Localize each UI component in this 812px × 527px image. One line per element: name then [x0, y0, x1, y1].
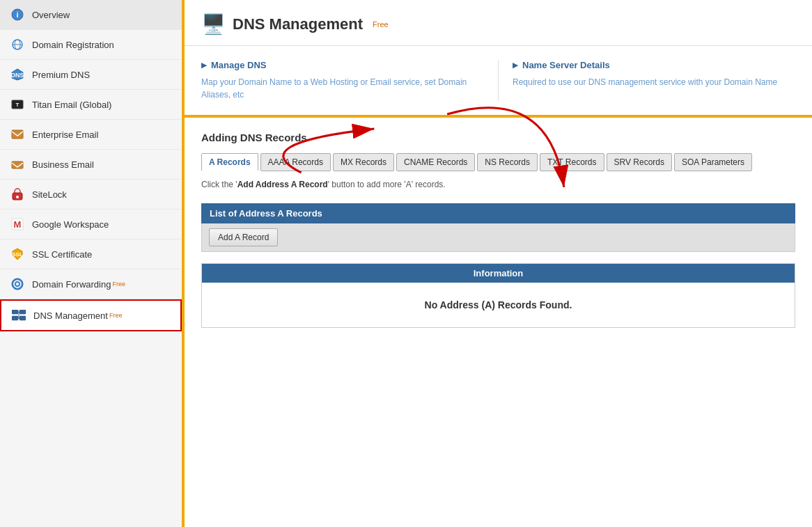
svg-rect-22: [12, 316, 18, 320]
sidebar-item-overview[interactable]: iOverview: [0, 0, 182, 30]
info-box-body: No Address (A) Records Found.: [202, 283, 795, 327]
dns-management-icon: 🖥️: [201, 13, 226, 36]
dns-management-free-badge: Free: [109, 312, 123, 319]
svg-rect-9: [12, 130, 23, 139]
tab-ns-records[interactable]: NS Records: [477, 153, 538, 171]
info-box: Information No Address (A) Records Found…: [201, 263, 795, 328]
svg-text:M: M: [14, 219, 22, 230]
svg-point-12: [16, 196, 19, 198]
main-header: 🖥️ DNS Management Free: [185, 0, 812, 46]
sidebar-item-premium-dns[interactable]: DNSPremium DNS: [0, 60, 182, 90]
google-workspace-icon: M: [10, 217, 25, 232]
tab-aaaa-records[interactable]: AAAA Records: [260, 153, 331, 171]
info-cards-section: ▶ Manage DNS Map your Domain Name to a W…: [185, 46, 812, 118]
svg-text:i: i: [16, 10, 18, 19]
sidebar-item-dns-management[interactable]: DNS ManagementFree: [0, 299, 182, 331]
svg-rect-23: [19, 316, 26, 320]
svg-rect-20: [12, 310, 18, 314]
sidebar: iOverviewDomain RegistrationDNSPremium D…: [0, 0, 185, 527]
sidebar-item-enterprise-email[interactable]: Enterprise Email: [0, 120, 182, 150]
svg-text:SSL: SSL: [12, 251, 23, 258]
name-server-title: ▶ Name Server Details: [513, 60, 781, 70]
sidebar-item-business-email[interactable]: Business Email: [0, 150, 182, 180]
dns-tabs: A RecordsAAAA RecordsMX RecordsCNAME Rec…: [201, 153, 795, 171]
svg-rect-21: [19, 310, 26, 314]
domain-forwarding-free-badge: Free: [112, 281, 125, 288]
ssl-certificate-icon: SSL: [10, 246, 25, 262]
svg-point-19: [16, 283, 19, 285]
main-content: 🖥️ DNS Management Free ▶ Manage DNS Map …: [185, 0, 812, 527]
domain-forwarding-icon: [10, 276, 25, 292]
domain-forwarding-label: Domain Forwarding: [32, 279, 111, 290]
list-toolbar: Add A Record: [201, 223, 795, 252]
sitelock-label: SiteLock: [32, 189, 67, 200]
domain-registration-icon: [10, 37, 25, 52]
google-workspace-label: Google Workspace: [32, 219, 109, 230]
premium-dns-icon: DNS: [10, 67, 25, 82]
tab-a-records[interactable]: A Records: [201, 153, 258, 171]
svg-text:DNS: DNS: [11, 72, 24, 79]
overview-icon: i: [10, 7, 25, 22]
enterprise-email-icon: [10, 127, 25, 142]
premium-dns-label: Premium DNS: [32, 70, 90, 80]
card-divider: [498, 60, 499, 101]
sidebar-item-domain-registration[interactable]: Domain Registration: [0, 30, 182, 60]
sitelock-icon: [10, 187, 25, 202]
dns-section-heading: Adding DNS Records: [201, 132, 795, 143]
dns-management-icon: [11, 308, 26, 323]
business-email-label: Business Email: [32, 159, 94, 170]
free-tag: Free: [373, 20, 389, 29]
card-arrow-icon: ▶: [201, 61, 207, 69]
list-header: List of Address A Records: [201, 203, 795, 223]
domain-registration-label: Domain Registration: [32, 40, 114, 50]
tab-srv-records[interactable]: SRV Records: [607, 153, 672, 171]
dns-section: Adding DNS Records A RecordsAAAA Records…: [185, 118, 812, 342]
tab-soa-parameters[interactable]: SOA Parameters: [674, 153, 752, 171]
help-text: Click the 'Add Address A Record' button …: [201, 180, 795, 189]
info-box-header: Information: [202, 264, 795, 283]
name-server-description: Required to use our DNS management servi…: [513, 76, 781, 88]
sidebar-item-ssl-certificate[interactable]: SSLSSL Certificate: [0, 239, 182, 269]
add-a-record-button[interactable]: Add A Record: [209, 228, 278, 246]
sidebar-item-sitelock[interactable]: SiteLock: [0, 180, 182, 210]
sidebar-item-titan-email[interactable]: TTitan Email (Global): [0, 90, 182, 120]
overview-label: Overview: [32, 10, 70, 20]
page-title: DNS Management: [233, 15, 363, 33]
titan-email-icon: T: [10, 97, 25, 112]
ssl-certificate-label: SSL Certificate: [32, 249, 92, 260]
titan-email-label: Titan Email (Global): [32, 100, 111, 110]
card-arrow-icon-2: ▶: [513, 61, 518, 69]
business-email-icon: [10, 157, 25, 172]
name-server-card: ▶ Name Server Details Required to use ou…: [513, 60, 795, 101]
enterprise-email-label: Enterprise Email: [32, 129, 98, 140]
svg-text:T: T: [16, 102, 19, 108]
manage-dns-card: ▶ Manage DNS Map your Domain Name to a W…: [201, 60, 484, 101]
sidebar-item-google-workspace[interactable]: MGoogle Workspace: [0, 210, 182, 239]
manage-dns-description: Map your Domain Name to a Web Hosting or…: [201, 76, 470, 101]
manage-dns-title: ▶ Manage DNS: [201, 60, 470, 70]
tab-mx-records[interactable]: MX Records: [333, 153, 394, 171]
sidebar-item-domain-forwarding[interactable]: Domain ForwardingFree: [0, 269, 182, 299]
tab-txt-records[interactable]: TXT Records: [540, 153, 604, 171]
list-section: List of Address A Records Add A Record: [201, 203, 795, 252]
dns-management-label: DNS Management: [33, 310, 108, 321]
tab-cname-records[interactable]: CNAME Records: [396, 153, 475, 171]
